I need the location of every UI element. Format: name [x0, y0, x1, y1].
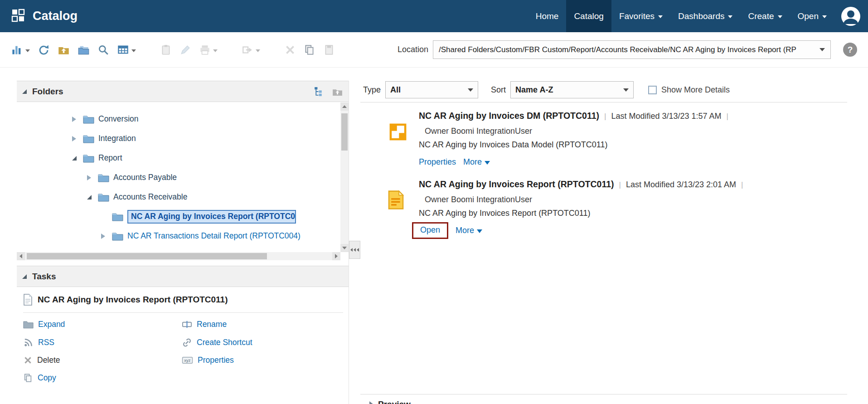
chevron-down-icon [256, 49, 260, 52]
refresh-button[interactable] [38, 44, 50, 56]
tree-item-integration[interactable]: Integration [17, 129, 349, 148]
more-link[interactable]: More [456, 226, 482, 235]
folders-panel-header[interactable]: Folders [17, 81, 349, 102]
nav-create[interactable]: Create [740, 0, 790, 32]
chevron-down-icon [213, 49, 218, 52]
sort-value: Name A-Z [515, 85, 553, 95]
nav-catalog[interactable]: Catalog [566, 0, 611, 32]
separator: | [741, 180, 743, 190]
expand-arrow-icon[interactable] [72, 117, 83, 122]
preview-title: Preview [378, 399, 411, 404]
horizontal-scrollbar[interactable] [17, 252, 340, 260]
tree-item-accounts-payable[interactable]: Accounts Payable [17, 168, 349, 187]
document-icon [23, 294, 33, 306]
list-view-button[interactable] [117, 44, 136, 56]
up-folder-button[interactable] [58, 44, 70, 56]
item-last-modified: Last Modified 3/13/23 2:01 AM [626, 180, 736, 190]
tree-item-nc-ar-transactions[interactable]: NC AR Transactions Detail Report (RPTOTC… [17, 226, 349, 246]
task-rss[interactable]: RSS [23, 337, 182, 348]
help-icon[interactable]: ? [843, 43, 857, 57]
catalog-item-report: NC AR Aging by Invoices Report (RPTOTC01… [360, 175, 847, 243]
catalog-items: NC AR Aging by Invoices DM (RPTOTC011) |… [360, 102, 847, 243]
scroll-up-icon[interactable] [340, 102, 349, 111]
folder-icon [112, 212, 123, 221]
selected-tree-item-label[interactable]: NC AR Aging by Invoices Report (RPTOTC01… [127, 210, 296, 224]
properties-xyz-icon: xyz [182, 355, 193, 365]
open-link[interactable]: Open [420, 225, 440, 235]
task-rename[interactable]: Rename [182, 319, 343, 330]
more-link[interactable]: More [463, 157, 490, 167]
task-delete[interactable]: Delete [23, 355, 182, 365]
bar-chart-icon [11, 44, 23, 56]
top-nav-links: Home Catalog Favorites Dashboards Create… [528, 0, 861, 32]
table-view-icon [117, 44, 129, 56]
sort-dropdown[interactable]: Name A-Z [510, 81, 634, 98]
nav-favorites[interactable]: Favorites [611, 0, 670, 32]
new-folder-button[interactable] [78, 44, 90, 56]
print-button[interactable] [199, 44, 218, 56]
tasks-panel-header[interactable]: Tasks [17, 266, 349, 287]
collapse-section-icon[interactable] [22, 274, 27, 279]
user-avatar[interactable] [841, 6, 861, 26]
location-dropdown[interactable]: /Shared Folders/Custom/FBR Custom/Report… [433, 40, 831, 59]
tasks-item-name: NC AR Aging by Invoices Report (RPTOTC01… [38, 295, 228, 305]
delete-button[interactable] [284, 44, 296, 56]
collapse-section-icon[interactable] [22, 89, 27, 94]
tasks-title: Tasks [32, 272, 56, 282]
search-button[interactable] [97, 44, 109, 56]
task-expand[interactable]: Expand [23, 319, 182, 330]
tree-item-conversion[interactable]: Conversion [17, 109, 349, 129]
scroll-right-icon[interactable] [332, 252, 340, 260]
new-analysis-button[interactable] [11, 44, 30, 56]
tree-item-accounts-receivable[interactable]: Accounts Receivable [17, 187, 349, 207]
item-description: NC AR Aging by Invoices Data Model (RPTO… [419, 138, 733, 151]
separator: | [604, 112, 606, 121]
expand-arrow-icon[interactable] [72, 136, 83, 141]
sort-label: Sort [491, 85, 506, 95]
nav-open[interactable]: Open [790, 0, 834, 32]
edit-button[interactable] [179, 44, 191, 56]
paste-special-button[interactable] [323, 44, 335, 56]
collapse-left-icon [350, 248, 353, 252]
chevron-down-icon [820, 48, 825, 51]
task-copy[interactable]: Copy [23, 373, 182, 383]
type-dropdown[interactable]: All [385, 81, 478, 98]
collapse-arrow-icon[interactable] [87, 195, 98, 200]
paste-icon [160, 44, 172, 56]
expand-arrow-icon[interactable] [101, 234, 112, 239]
collapse-arrow-icon[interactable] [72, 156, 83, 161]
expand-arrow-icon[interactable] [87, 175, 98, 180]
copy-pages-icon [304, 44, 315, 56]
rss-icon [23, 337, 34, 348]
copy-button[interactable] [304, 44, 315, 56]
nav-home[interactable]: Home [528, 0, 567, 32]
item-title: NC AR Aging by Invoices DM (RPTOTC011) [419, 111, 599, 121]
scrollbar-thumb[interactable] [341, 113, 348, 151]
scrollbar-thumb[interactable] [27, 253, 267, 259]
scroll-left-icon[interactable] [17, 252, 25, 260]
paste-button[interactable] [160, 44, 172, 56]
chevron-down-icon [25, 49, 30, 52]
folder-icon [98, 173, 109, 182]
tree-item-report[interactable]: Report [17, 148, 349, 168]
catalog-item-data-model: NC AR Aging by Invoices DM (RPTOTC011) |… [360, 107, 847, 175]
tree-item-nc-ar-aging-selected[interactable]: NC AR Aging by Invoices Report (RPTOTC01… [17, 207, 349, 226]
vertical-scrollbar[interactable] [340, 102, 349, 252]
scroll-down-icon[interactable] [340, 244, 349, 252]
collapse-left-icon [357, 248, 359, 252]
show-more-details-checkbox[interactable] [648, 86, 657, 94]
task-create-shortcut[interactable]: Create Shortcut [182, 337, 343, 348]
nav-dashboards[interactable]: Dashboards [670, 0, 740, 32]
chevron-down-icon [477, 229, 482, 233]
task-properties[interactable]: xyz Properties [182, 355, 343, 365]
preview-section-header[interactable]: Preview [360, 394, 847, 404]
tasks-panel: Tasks NC AR Aging by Invoices Report (RP… [17, 266, 349, 383]
delete-x-icon [23, 355, 33, 365]
properties-link[interactable]: Properties [419, 157, 456, 167]
type-label: Type [363, 85, 381, 95]
tree-view-icon[interactable] [313, 86, 325, 97]
export-button[interactable] [242, 44, 260, 56]
chevron-down-icon [728, 15, 732, 18]
panel-collapse-handle[interactable] [349, 241, 360, 259]
move-folder-icon[interactable] [332, 86, 343, 97]
